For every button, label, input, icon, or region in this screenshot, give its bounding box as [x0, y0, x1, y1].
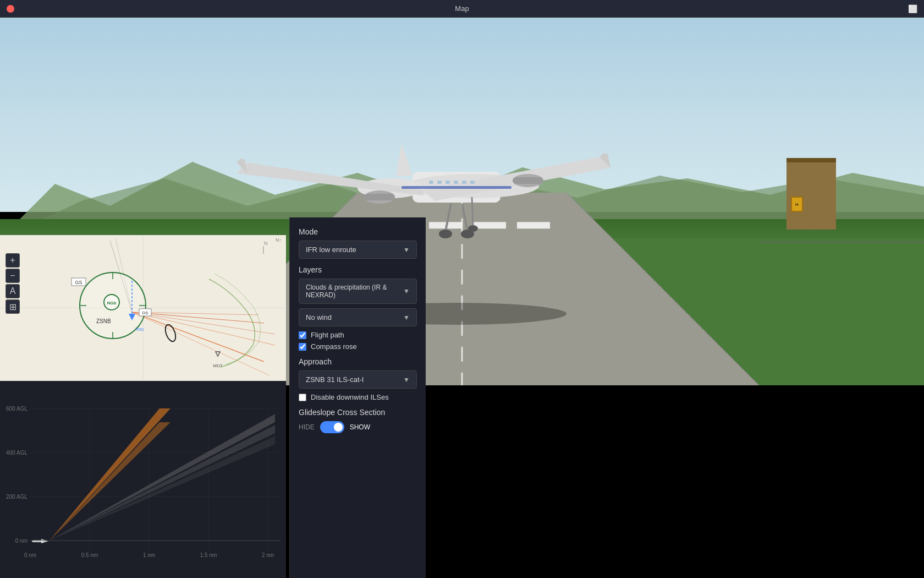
svg-line-44 [132, 312, 275, 334]
svg-text:GS: GS [75, 280, 82, 285]
glideslope-section-title: Glideslope Cross Section [299, 408, 417, 417]
approach-arrow: ▼ [403, 376, 410, 384]
approach-section-title: Approach [299, 357, 417, 366]
compass-rose-label: Compass rose [311, 342, 357, 351]
toggle-knob [334, 423, 343, 432]
layers-button[interactable]: ⊞ [6, 299, 20, 314]
zoom-in-button[interactable]: + [6, 253, 20, 268]
disable-ils-checkbox[interactable] [299, 394, 306, 401]
svg-rect-30 [470, 181, 475, 184]
svg-line-32 [446, 204, 451, 231]
layers-section-title: Layers [299, 265, 417, 274]
svg-text:NGb: NGb [107, 301, 117, 306]
compass-rose-checkbox[interactable] [299, 343, 306, 351]
svg-text:200 AGL: 200 AGL [6, 494, 28, 500]
zoom-out-button[interactable]: − [6, 269, 20, 283]
mode-dropdown-value: IFR low enroute [306, 246, 356, 254]
disable-ils-label: Disable downwind ILSes [311, 393, 389, 401]
layer1-arrow: ▼ [403, 287, 410, 295]
svg-text:0.5 nm: 0.5 nm [81, 552, 98, 558]
map-svg: GS NGb ZSNB DS You MDT N [0, 235, 286, 381]
layer2-arrow: ▼ [403, 314, 410, 321]
svg-line-41 [132, 312, 275, 345]
map-title: Map [7, 4, 917, 13]
map-zoom-controls: + − A ⊞ [6, 253, 20, 314]
flight-path-row: Flight path [299, 331, 417, 339]
svg-rect-23 [513, 177, 543, 184]
svg-text:2 nm: 2 nm [262, 552, 274, 558]
svg-rect-27 [446, 181, 450, 184]
mode-dropdown[interactable]: IFR low enroute ▼ [299, 241, 417, 259]
map-canvas: GS NGb ZSNB DS You MDT N [0, 235, 286, 381]
svg-text:ZSNB: ZSNB [96, 318, 111, 324]
svg-point-37 [468, 225, 478, 232]
layers-dropdown-2[interactable]: No wind ▼ [299, 308, 417, 326]
distance-marker: H [791, 197, 803, 212]
layers-dropdown-1[interactable]: Clouds & precipitation (IR & NEXRAD) ▼ [299, 279, 417, 304]
glideslope-toggle-row: HIDE SHOW [299, 421, 417, 433]
svg-text:0 nm: 0 nm [15, 538, 28, 544]
right-settings-panel: Mode IFR low enroute ▼ Layers Clouds & p… [289, 217, 426, 578]
mode-section-title: Mode [299, 227, 417, 236]
svg-rect-28 [454, 181, 458, 184]
traffic-light[interactable] [7, 5, 14, 13]
toggle-hide-label: HIDE [299, 423, 315, 431]
map-titlebar: Map ⬜ [0, 0, 924, 18]
airport-building [787, 158, 836, 230]
svg-text:MDT: MDT [213, 363, 222, 368]
svg-text:N: N [264, 241, 268, 246]
layer1-value: Clouds & precipitation (IR & NEXRAD) [306, 283, 403, 299]
svg-rect-25 [429, 181, 433, 184]
mode-dropdown-arrow: ▼ [403, 246, 410, 254]
approach-dropdown[interactable]: ZSNB 31 ILS-cat-I ▼ [299, 370, 417, 389]
svg-line-36 [472, 197, 473, 226]
svg-line-40 [132, 312, 264, 362]
disable-ils-row: Disable downwind ILSes [299, 393, 417, 401]
profile-svg: 600 AGL 400 AGL 200 AGL 0 nm 0 nm 0.5 nm… [0, 381, 286, 578]
svg-text:You: You [135, 326, 144, 332]
layer2-value: No wind [306, 313, 332, 321]
svg-text:1 nm: 1 nm [143, 552, 155, 558]
flight-path-checkbox[interactable] [299, 331, 306, 339]
compass-button[interactable]: A [6, 284, 20, 298]
svg-text:0 nm: 0 nm [24, 552, 36, 558]
svg-rect-21 [364, 194, 395, 200]
expand-icon[interactable]: ⬜ [908, 4, 917, 13]
svg-point-34 [439, 230, 452, 238]
svg-text:DS: DS [142, 310, 148, 315]
map-scale-label: N↑ [276, 237, 282, 243]
approach-value: ZSNB 31 ILS-cat-I [306, 375, 364, 384]
svg-marker-63 [216, 352, 220, 356]
approach-profile-panel: 600 AGL 400 AGL 200 AGL 0 nm 0 nm 0.5 nm… [0, 381, 286, 578]
svg-line-33 [462, 204, 468, 231]
svg-rect-26 [437, 181, 442, 184]
toggle-show-label: SHOW [350, 423, 370, 431]
svg-text:400 AGL: 400 AGL [6, 450, 28, 456]
fence-right [759, 241, 924, 247]
svg-text:1.5 nm: 1.5 nm [200, 552, 217, 558]
svg-marker-15 [396, 143, 413, 176]
svg-text:600 AGL: 600 AGL [6, 406, 28, 412]
flight-path-label: Flight path [311, 331, 344, 339]
glideslope-toggle[interactable] [320, 421, 344, 433]
svg-rect-29 [462, 181, 466, 184]
svg-rect-68 [0, 381, 286, 578]
svg-rect-31 [402, 186, 512, 189]
compass-rose-row: Compass rose [299, 342, 417, 351]
